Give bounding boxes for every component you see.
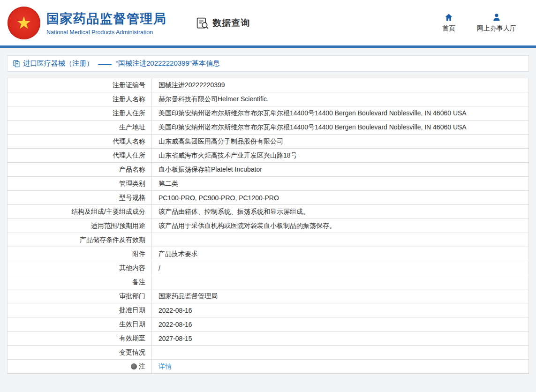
table-row: 有效期至 2027-08-15 xyxy=(8,332,529,346)
row-value: 赫尔曼科技有限公司Helmer Scientific. xyxy=(152,92,529,106)
table-row: 审批部门 国家药品监督管理局 xyxy=(8,289,529,303)
row-label: 生效日期 xyxy=(8,317,152,332)
breadcrumb-separator: —— xyxy=(98,60,111,68)
star-icon: ★ xyxy=(16,15,31,31)
row-value: 美国印第安纳州诺布尔斯维尔市布尔瓦卑尔根14400号14400 Bergen B… xyxy=(152,106,529,121)
row-label: 注册人名称 xyxy=(8,92,152,106)
row-label: 产品名称 xyxy=(8,163,152,177)
row-label: 注册人住所 xyxy=(8,106,152,121)
table-row: 结构及组成/主要组成成分 该产品由箱体、控制系统、振荡系统和显示屏组成。 xyxy=(8,205,529,219)
row-label: 适用范围/预期用途 xyxy=(8,219,152,233)
row-label: 审批部门 xyxy=(8,289,152,303)
row-label: 结构及组成/主要组成成分 xyxy=(8,205,152,219)
detail-link[interactable]: 详情 xyxy=(159,362,172,370)
table-row: 型号规格 PC100-PRO, PC900-PRO, PC1200-PRO xyxy=(8,191,529,205)
row-value xyxy=(152,346,529,360)
row-value: 2027-08-15 xyxy=(152,332,529,346)
nav-service-hall-label: 网上办事大厅 xyxy=(477,24,516,33)
row-value: 山东威高集团医用高分子制品股份有限公司 xyxy=(152,135,529,149)
row-value: 2022-08-16 xyxy=(152,303,529,317)
site-header: ★ 国家药品监督管理局 National Medical Products Ad… xyxy=(0,0,536,45)
registration-info-table: 注册证编号 国械注进20222220399 注册人名称 赫尔曼科技有限公司Hel… xyxy=(7,78,529,374)
nmpa-emblem-logo: ★ xyxy=(8,7,40,39)
site-title: 国家药品监督管理局 xyxy=(46,10,167,27)
row-label: 产品储存条件及有效期 xyxy=(8,233,152,247)
row-value: 美国印第安纳州诺布尔斯维尔市布尔瓦卑尔根14400号14400 Bergen B… xyxy=(152,121,529,135)
data-query-label: 数据查询 xyxy=(213,17,250,29)
row-value: 2022-08-16 xyxy=(152,317,529,332)
table-row: 注册人名称 赫尔曼科技有限公司Helmer Scientific. xyxy=(8,92,529,106)
table-row: 产品名称 血小板振荡保存箱Platelet Incubator xyxy=(8,163,529,177)
row-value: 该产品用于采供血机构或医院对袋装血小板制品的振荡保存。 xyxy=(152,219,529,233)
row-value: 国家药品监督管理局 xyxy=(152,289,529,303)
table-row: 备注 xyxy=(8,275,529,289)
table-row: 注 详情 xyxy=(8,360,529,374)
row-value: PC100-PRO, PC900-PRO, PC1200-PRO xyxy=(152,191,529,205)
row-label: 注册证编号 xyxy=(8,78,152,92)
table-row: 生效日期 2022-08-16 xyxy=(8,317,529,332)
row-value: 血小板振荡保存箱Platelet Incubator xyxy=(152,163,529,177)
user-icon xyxy=(492,13,501,22)
data-query-section: 数据查询 xyxy=(196,16,250,30)
table-row: 代理人住所 山东省威海市火炬高技术产业开发区兴山路18号 xyxy=(8,149,529,163)
row-label: 备注 xyxy=(8,275,152,289)
row-label: 批准日期 xyxy=(8,303,152,317)
page-title: “国械注进20222220399”基本信息 xyxy=(116,59,220,68)
row-label: 管理类别 xyxy=(8,177,152,191)
table-row: 其他内容 / xyxy=(8,261,529,275)
nav-home-label: 首页 xyxy=(442,24,455,33)
row-value xyxy=(152,233,529,247)
row-value: 产品技术要求 xyxy=(152,247,529,261)
table-row: 注册证编号 国械注进20222220399 xyxy=(8,78,529,92)
header-nav: 首页 网上办事大厅 xyxy=(442,13,516,33)
row-label-text: 注 xyxy=(139,362,145,370)
row-label: 变更情况 xyxy=(8,346,152,360)
row-label: 型号规格 xyxy=(8,191,152,205)
site-titles: 国家药品监督管理局 National Medical Products Admi… xyxy=(46,10,167,36)
row-value: 第二类 xyxy=(152,177,529,191)
table-row: 批准日期 2022-08-16 xyxy=(8,303,529,317)
row-value: 山东省威海市火炬高技术产业开发区兴山路18号 xyxy=(152,149,529,163)
row-label: 代理人名称 xyxy=(8,135,152,149)
page: ★ 国家药品监督管理局 National Medical Products Ad… xyxy=(0,0,536,392)
row-value: / xyxy=(152,261,529,275)
row-value: 国械注进20222220399 xyxy=(152,78,529,92)
table-row: 变更情况 xyxy=(8,346,529,360)
row-label: 其他内容 xyxy=(8,261,152,275)
table-row: 适用范围/预期用途 该产品用于采供血机构或医院对袋装血小板制品的振荡保存。 xyxy=(8,219,529,233)
main-content: 进口医疗器械（注册） —— “国械注进20222220399”基本信息 注册证编… xyxy=(0,48,536,392)
nav-service-hall[interactable]: 网上办事大厅 xyxy=(477,13,516,33)
row-label: 注 xyxy=(8,360,152,374)
row-value xyxy=(152,275,529,289)
table-row: 附件 产品技术要求 xyxy=(8,247,529,261)
row-label: 有效期至 xyxy=(8,332,152,346)
home-icon xyxy=(444,13,453,22)
row-label: 代理人住所 xyxy=(8,149,152,163)
breadcrumb-category: 进口医疗器械（注册） xyxy=(23,59,93,68)
table-row: 生产地址 美国印第安纳州诺布尔斯维尔市布尔瓦卑尔根14400号14400 Ber… xyxy=(8,121,529,135)
table-row: 代理人名称 山东威高集团医用高分子制品股份有限公司 xyxy=(8,135,529,149)
row-value: 该产品由箱体、控制系统、振荡系统和显示屏组成。 xyxy=(152,205,529,219)
nav-home[interactable]: 首页 xyxy=(442,13,455,33)
table-row: 管理类别 第二类 xyxy=(8,177,529,191)
row-label: 附件 xyxy=(8,247,152,261)
table-row: 产品储存条件及有效期 xyxy=(8,233,529,247)
breadcrumb: 进口医疗器械（注册） —— “国械注进20222220399”基本信息 xyxy=(7,55,529,72)
row-value: 详情 xyxy=(152,360,529,374)
row-label: 生产地址 xyxy=(8,121,152,135)
note-icon xyxy=(131,363,137,369)
document-icon xyxy=(13,60,20,68)
site-subtitle: National Medical Products Administration xyxy=(46,29,167,36)
table-row: 注册人住所 美国印第安纳州诺布尔斯维尔市布尔瓦卑尔根14400号14400 Be… xyxy=(8,106,529,121)
data-query-icon xyxy=(196,16,209,30)
